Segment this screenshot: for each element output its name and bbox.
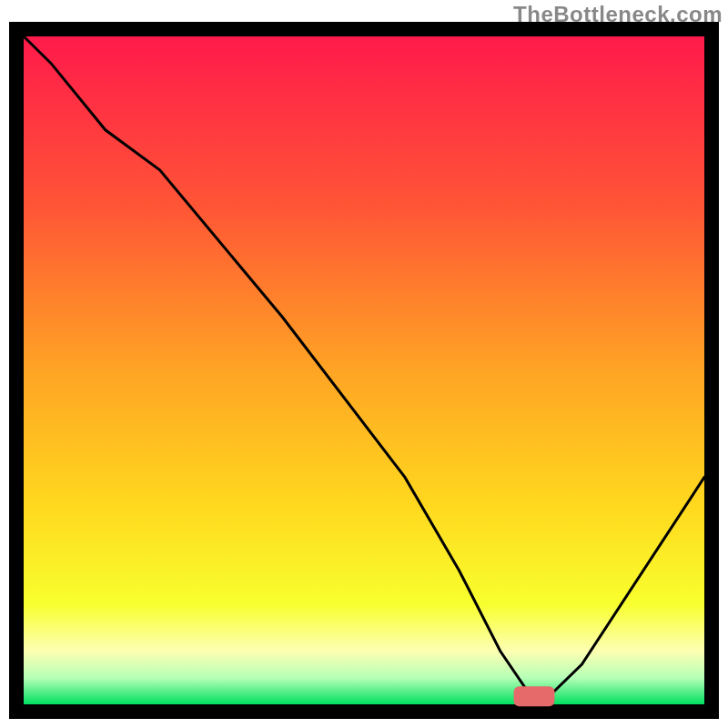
bottleneck-chart xyxy=(0,0,728,728)
chart-container: TheBottleneck.com xyxy=(0,0,728,728)
optimal-marker xyxy=(514,686,555,706)
chart-background xyxy=(24,36,704,704)
watermark-text: TheBottleneck.com xyxy=(513,2,723,27)
